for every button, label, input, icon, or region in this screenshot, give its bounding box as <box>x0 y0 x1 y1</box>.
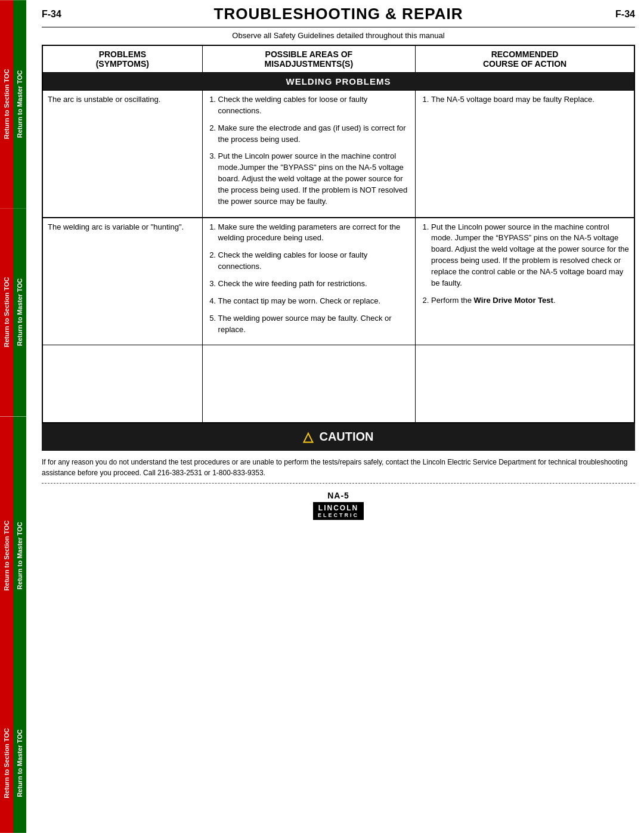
footer-note: If for any reason you do not understand … <box>42 457 635 478</box>
caution-bar: △ CAUTION <box>42 423 635 451</box>
table-row-empty <box>42 345 634 423</box>
empty-cell <box>202 345 415 423</box>
footer-divider <box>42 483 635 484</box>
list-item: The NA-5 voltage board may be faulty Rep… <box>431 94 629 106</box>
list-item: Put the Lincoln power source in the mach… <box>431 222 629 289</box>
list-item: Check the welding cables for loose or fa… <box>218 94 410 117</box>
lincoln-logo: LINCOLN ELECTRIC <box>313 502 364 520</box>
return-to-section-toc-4[interactable]: Return to Section TOC <box>0 694 13 833</box>
page-footer: If for any reason you do not understand … <box>42 451 635 524</box>
side-tabs: Return to Section TOC Return to Master T… <box>0 0 33 833</box>
actions-2: Put the Lincoln power source in the mach… <box>416 218 634 345</box>
return-to-master-toc-4[interactable]: Return to Master TOC <box>13 694 26 833</box>
page-header: F-34 TROUBLESHOOTING & REPAIR F-34 <box>42 0 635 27</box>
side-tab-group-3: Return to Section TOC Return to Master T… <box>0 417 33 695</box>
footer-brand: NA-5 LINCOLN ELECTRIC <box>42 487 635 524</box>
table-row: The welding arc is variable or "hunting"… <box>42 218 634 345</box>
side-tab-group-4: Return to Section TOC Return to Master T… <box>0 694 33 833</box>
return-to-master-toc-2[interactable]: Return to Master TOC <box>13 208 26 416</box>
list-item: Perform the Wire Drive Motor Test. <box>431 295 629 306</box>
col-header-causes: POSSIBLE AREAS OFMISADJUSTMENTS(S) <box>202 45 415 73</box>
footer-model: NA-5 <box>42 491 635 500</box>
table-row: The arc is unstable or oscillating. Chec… <box>42 91 634 218</box>
actions-1: The NA-5 voltage board may be faulty Rep… <box>416 91 634 218</box>
section-header: WELDING PROBLEMS <box>42 73 634 91</box>
troubleshooting-table: PROBLEMS(SYMPTOMS) POSSIBLE AREAS OFMISA… <box>42 45 635 423</box>
causes-2: Make sure the welding parameters are cor… <box>202 218 415 345</box>
section-header-row: WELDING PROBLEMS <box>42 73 634 91</box>
page-number-right: F-34 <box>615 9 635 20</box>
list-item: Make sure the welding parameters are cor… <box>218 222 410 244</box>
list-item: The welding power source may be faulty. … <box>218 313 410 336</box>
caution-label: CAUTION <box>319 430 373 444</box>
main-content: F-34 TROUBLESHOOTING & REPAIR F-34 Obser… <box>33 0 644 532</box>
side-tab-group-1: Return to Section TOC Return to Master T… <box>0 0 33 208</box>
return-to-master-toc-3[interactable]: Return to Master TOC <box>13 417 26 695</box>
return-to-master-toc-1[interactable]: Return to Master TOC <box>13 0 26 208</box>
causes-1: Check the welding cables for loose or fa… <box>202 91 415 218</box>
page-title: TROUBLESHOOTING & REPAIR <box>61 5 615 23</box>
caution-triangle-icon: △ <box>303 429 313 445</box>
return-to-section-toc-3[interactable]: Return to Section TOC <box>0 417 13 695</box>
return-to-section-toc-2[interactable]: Return to Section TOC <box>0 208 13 416</box>
col-header-problems: PROBLEMS(SYMPTOMS) <box>42 45 202 73</box>
list-item: Put the Lincoln power source in the mach… <box>218 151 410 207</box>
brand-name: LINCOLN <box>318 504 359 512</box>
side-tab-group-2: Return to Section TOC Return to Master T… <box>0 208 33 416</box>
col-header-actions: RECOMMENDEDCOURSE OF ACTION <box>416 45 634 73</box>
symptom-1: The arc is unstable or oscillating. <box>42 91 202 218</box>
return-to-section-toc-1[interactable]: Return to Section TOC <box>0 0 13 208</box>
list-item: Make sure the electrode and gas (if used… <box>218 123 410 145</box>
empty-cell <box>42 345 202 423</box>
safety-note: Observe all Safety Guidelines detailed t… <box>42 27 635 45</box>
empty-cell <box>416 345 634 423</box>
list-item: The contact tip may be worn. Check or re… <box>218 296 410 307</box>
page-number-left: F-34 <box>42 9 61 20</box>
brand-sub: ELECTRIC <box>318 512 359 518</box>
list-item: Check the welding cables for loose or fa… <box>218 250 410 272</box>
symptom-2: The welding arc is variable or "hunting"… <box>42 218 202 345</box>
list-item: Check the wire feeding path for restrict… <box>218 278 410 290</box>
